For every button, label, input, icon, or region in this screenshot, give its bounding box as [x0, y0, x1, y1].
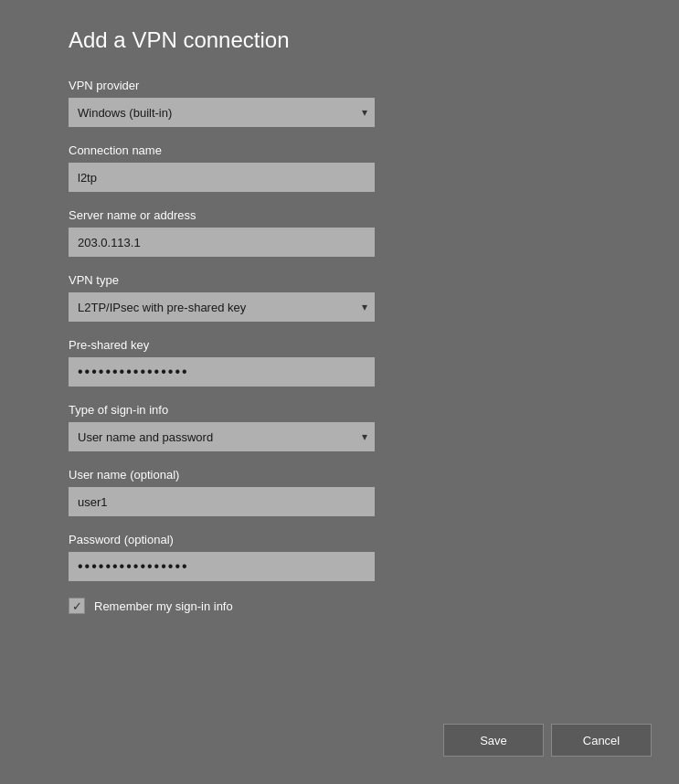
pre-shared-key-group: Pre-shared key [69, 338, 610, 387]
vpn-type-select-wrapper: L2TP/IPsec with pre-shared key ▾ [69, 292, 375, 322]
dialog-container: Add a VPN connection VPN provider Window… [0, 0, 679, 784]
server-address-input[interactable] [69, 228, 375, 257]
username-group: User name (optional) [69, 468, 610, 516]
pre-shared-key-label: Pre-shared key [69, 338, 610, 352]
vpn-provider-select[interactable]: Windows (built-in) [69, 98, 375, 127]
server-address-label: Server name or address [69, 208, 610, 222]
password-group: Password (optional) [69, 533, 610, 581]
connection-name-input[interactable] [69, 163, 375, 192]
pre-shared-key-input[interactable] [69, 357, 375, 387]
remember-checkbox[interactable]: ✓ [69, 598, 85, 614]
sign-in-type-label: Type of sign-in info [69, 403, 610, 417]
vpn-provider-select-wrapper: Windows (built-in) ▾ [69, 98, 375, 127]
server-address-group: Server name or address [69, 208, 610, 257]
vpn-type-label: VPN type [69, 273, 610, 287]
save-button[interactable]: Save [443, 724, 544, 757]
vpn-type-group: VPN type L2TP/IPsec with pre-shared key … [69, 273, 610, 322]
connection-name-group: Connection name [69, 143, 610, 192]
sign-in-type-group: Type of sign-in info User name and passw… [69, 403, 610, 451]
username-label: User name (optional) [69, 468, 610, 482]
remember-checkbox-wrapper[interactable]: ✓ Remember my sign-in info [69, 598, 233, 614]
button-row: Save Cancel [443, 724, 652, 757]
sign-in-type-select-wrapper: User name and password ▾ [69, 422, 375, 451]
password-label: Password (optional) [69, 533, 610, 546]
password-input[interactable] [69, 552, 375, 581]
cancel-button[interactable]: Cancel [551, 724, 652, 757]
page-title: Add a VPN connection [69, 27, 610, 53]
username-input[interactable] [69, 487, 375, 516]
checkmark-icon: ✓ [72, 600, 82, 612]
sign-in-type-select[interactable]: User name and password [69, 422, 375, 451]
connection-name-label: Connection name [69, 143, 610, 157]
vpn-provider-group: VPN provider Windows (built-in) ▾ [69, 79, 610, 127]
vpn-provider-label: VPN provider [69, 79, 610, 92]
remember-checkbox-label: Remember my sign-in info [94, 599, 233, 613]
vpn-type-select[interactable]: L2TP/IPsec with pre-shared key [69, 292, 375, 322]
remember-checkbox-group: ✓ Remember my sign-in info [69, 598, 610, 614]
